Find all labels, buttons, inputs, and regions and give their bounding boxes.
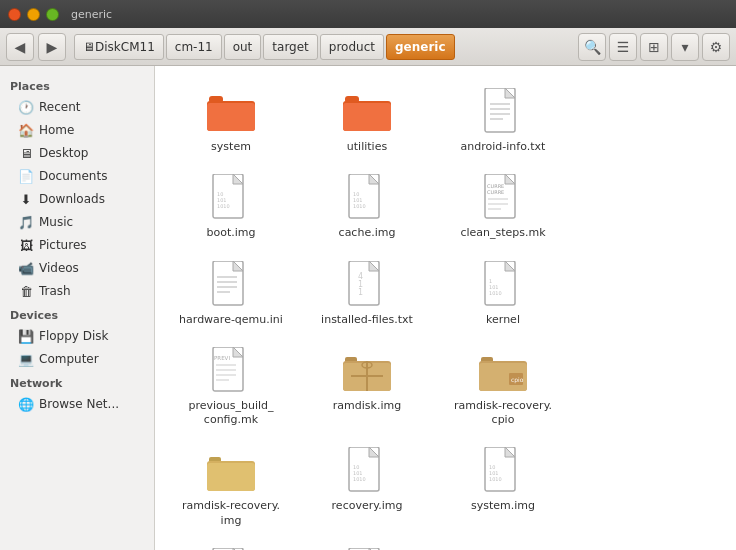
- breadcrumb-cm11[interactable]: cm-11: [166, 34, 222, 60]
- folder-plain-icon: [207, 447, 255, 495]
- file-label-ramdisk: ramdisk.img: [333, 399, 401, 413]
- sidebar-item-pictures[interactable]: 🖼 Pictures: [4, 234, 150, 256]
- sidebar-item-desktop[interactable]: 🖥 Desktop: [4, 142, 150, 164]
- view-grid-button[interactable]: ⊞: [640, 33, 668, 61]
- list-icon: ☰: [617, 39, 630, 55]
- svg-text:1010: 1010: [353, 476, 366, 482]
- file-item-cache[interactable]: 10 101 1010 cache.img: [307, 168, 427, 246]
- trash-icon: 🗑: [18, 283, 34, 299]
- folder-utilities-icon: [343, 88, 391, 136]
- sidebar-item-downloads[interactable]: ⬇ Downloads: [4, 188, 150, 210]
- sidebar-item-home[interactable]: 🏠 Home: [4, 119, 150, 141]
- file-item-recovery[interactable]: 10 101 1010 recovery.img: [307, 441, 427, 534]
- toolbar: ◀ ▶ 🖥 DiskCM11 cm-11 out target product …: [0, 28, 736, 66]
- svg-rect-2: [207, 103, 255, 131]
- devices-label: Devices: [0, 303, 154, 324]
- file-item-boot[interactable]: 10 101 1010 boot.img: [171, 168, 291, 246]
- file-item-userdata-qemu[interactable]: 10 101 1010 userdata-qemu.img: [307, 542, 427, 550]
- file-item-ramdisk-recovery-cpio[interactable]: cpio ramdisk-recovery.cpio: [443, 341, 563, 434]
- music-icon: 🎵: [18, 214, 34, 230]
- svg-rect-5: [343, 103, 391, 131]
- svg-text:1010: 1010: [217, 203, 230, 209]
- file-content: system utilities: [155, 66, 736, 550]
- recent-icon: 🕐: [18, 99, 34, 115]
- sidebar-item-videos[interactable]: 📹 Videos: [4, 257, 150, 279]
- svg-text:CURRE: CURRE: [487, 189, 504, 195]
- file-grid: system utilities: [171, 82, 720, 550]
- breadcrumb-diskcm11[interactable]: 🖥 DiskCM11: [74, 34, 164, 60]
- txt-installed-files-icon: 4 1 1: [343, 261, 391, 309]
- ini-file-icon: [207, 261, 255, 309]
- svg-text:1010: 1010: [489, 290, 502, 296]
- close-button[interactable]: [8, 8, 21, 21]
- sidebar-item-recent[interactable]: 🕐 Recent: [4, 96, 150, 118]
- sidebar-item-trash[interactable]: 🗑 Trash: [4, 280, 150, 302]
- file-label-installed-files: installed-files.txt: [321, 313, 413, 327]
- maximize-button[interactable]: [46, 8, 59, 21]
- file-item-system-img[interactable]: 10 101 1010 system.img: [443, 441, 563, 534]
- home-icon: 🏠: [18, 122, 34, 138]
- breadcrumb-product[interactable]: product: [320, 34, 384, 60]
- view-more-button[interactable]: ▾: [671, 33, 699, 61]
- svg-text:cpio: cpio: [511, 376, 524, 384]
- file-item-kernel[interactable]: 1 101 1010 kernel: [443, 255, 563, 333]
- folder-system-icon: [207, 88, 255, 136]
- folder-ramdisk-icon: [343, 347, 391, 395]
- file-label-kernel: kernel: [486, 313, 520, 327]
- sidebar: Places 🕐 Recent 🏠 Home 🖥 Desktop 📄 Docum…: [0, 66, 155, 550]
- file-item-userdata[interactable]: 10 101 1010 userdata.img: [171, 542, 291, 550]
- videos-icon: 📹: [18, 260, 34, 276]
- downloads-icon: ⬇: [18, 191, 34, 207]
- svg-rect-65: [207, 463, 255, 491]
- file-label-ramdisk-recovery-img: ramdisk-recovery.img: [182, 499, 280, 528]
- breadcrumb-out[interactable]: out: [224, 34, 262, 60]
- file-item-previous-build[interactable]: PREVI previous_build_config.mk: [171, 341, 291, 434]
- file-label-android-info: android-info.txt: [461, 140, 546, 154]
- gear-icon: ⚙: [710, 39, 723, 55]
- file-item-ramdisk-recovery-img[interactable]: ramdisk-recovery.img: [171, 441, 291, 534]
- back-icon: ◀: [15, 39, 26, 55]
- text-file-icon: [479, 88, 527, 136]
- binary-system-img-icon: 10 101 1010: [479, 447, 527, 495]
- places-label: Places: [0, 74, 154, 95]
- file-item-system[interactable]: system: [171, 82, 291, 160]
- file-label-clean-steps: clean_steps.mk: [460, 226, 545, 240]
- back-button[interactable]: ◀: [6, 33, 34, 61]
- file-item-hardware-qemu[interactable]: hardware-qemu.ini: [171, 255, 291, 333]
- sidebar-item-music[interactable]: 🎵 Music: [4, 211, 150, 233]
- search-button[interactable]: 🔍: [578, 33, 606, 61]
- svg-text:1: 1: [358, 288, 363, 297]
- sidebar-item-floppy[interactable]: 💾 Floppy Disk: [4, 325, 150, 347]
- file-item-installed-files[interactable]: 4 1 1 installed-files.txt: [307, 255, 427, 333]
- binary-file-cache-icon: 10 101 1010: [343, 174, 391, 222]
- search-icon: 🔍: [584, 39, 601, 55]
- file-label-ramdisk-recovery-cpio: ramdisk-recovery.cpio: [454, 399, 552, 428]
- file-label-previous-build: previous_build_config.mk: [188, 399, 273, 428]
- forward-button[interactable]: ▶: [38, 33, 66, 61]
- folder-cpio-icon: cpio: [479, 347, 527, 395]
- mk-file-icon: CURRE CURRE: [479, 174, 527, 222]
- settings-button[interactable]: ⚙: [702, 33, 730, 61]
- breadcrumb-generic[interactable]: generic: [386, 34, 455, 60]
- file-item-utilities[interactable]: utilities: [307, 82, 427, 160]
- documents-icon: 📄: [18, 168, 34, 184]
- network-label: Network: [0, 371, 154, 392]
- minimize-button[interactable]: [27, 8, 40, 21]
- file-item-android-info[interactable]: android-info.txt: [443, 82, 563, 160]
- sidebar-item-computer[interactable]: 💻 Computer: [4, 348, 150, 370]
- sidebar-item-network[interactable]: 🌐 Browse Net...: [4, 393, 150, 415]
- file-label-cache: cache.img: [339, 226, 396, 240]
- floppy-icon: 💾: [18, 328, 34, 344]
- desktop-icon: 🖥: [18, 145, 34, 161]
- file-item-ramdisk[interactable]: ramdisk.img: [307, 341, 427, 434]
- file-label-utilities: utilities: [347, 140, 387, 154]
- sidebar-item-documents[interactable]: 📄 Documents: [4, 165, 150, 187]
- breadcrumb-target[interactable]: target: [263, 34, 318, 60]
- file-item-clean-steps[interactable]: CURRE CURRE clean_steps.mk: [443, 168, 563, 246]
- file-label-hardware-qemu: hardware-qemu.ini: [179, 313, 283, 327]
- main-area: Places 🕐 Recent 🏠 Home 🖥 Desktop 📄 Docum…: [0, 66, 736, 550]
- svg-text:1010: 1010: [489, 476, 502, 482]
- file-label-recovery: recovery.img: [332, 499, 403, 513]
- view-list-button[interactable]: ☰: [609, 33, 637, 61]
- file-label-system-img: system.img: [471, 499, 535, 513]
